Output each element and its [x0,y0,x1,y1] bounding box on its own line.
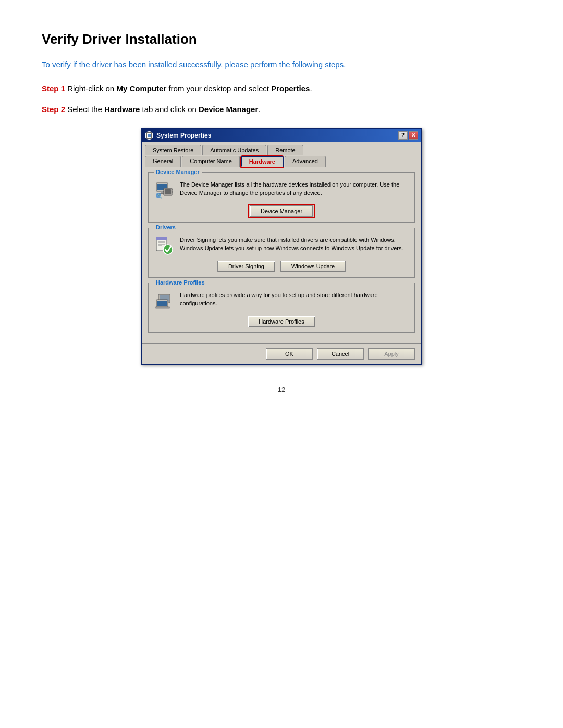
hardware-profiles-button[interactable]: Hardware Profiles [248,316,315,327]
tabs-area: System Restore Automatic Updates Remote … [142,142,421,167]
device-manager-body: 🔧 The Device Manager lists all the hardw… [154,180,409,201]
tab-computer-name[interactable]: Computer Name [182,156,240,167]
dialog-icon [145,131,153,140]
cancel-button[interactable]: Cancel [317,348,364,360]
intro-text: To verify if the driver has been install… [42,59,521,71]
driver-signing-button[interactable]: Driver Signing [217,261,275,272]
tabs-upper: System Restore Automatic Updates Remote [145,145,418,155]
dialog-content: Device Manager [142,167,421,343]
tab-general[interactable]: General [145,156,181,167]
step2: Step 2 Select the Hardware tab and click… [42,103,521,116]
device-manager-label: Device Manager [154,169,202,175]
svg-rect-27 [155,307,170,308]
svg-point-22 [163,245,173,254]
help-button[interactable]: ? [398,131,408,140]
dialog-titlebar: System Properties ? ✕ [142,129,421,142]
step2-devicemanager: Device Manager [199,105,258,114]
tab-automatic-updates[interactable]: Automatic Updates [202,145,266,155]
tab-advanced[interactable]: Advanced [285,156,326,167]
ok-button[interactable]: OK [266,348,313,360]
dialog-bottom: OK Cancel Apply [142,343,421,364]
device-manager-section: Device Manager [148,172,415,223]
device-manager-button[interactable]: Device Manager [250,205,313,217]
page-number: 12 [42,386,521,393]
drivers-text: Driver Signing lets you make sure that i… [180,236,409,253]
svg-rect-26 [157,301,167,306]
close-button[interactable]: ✕ [409,131,418,140]
step1-mycomputer: My Computer [116,84,166,93]
page-title: Verify Driver Installation [42,31,521,47]
step1-properties: Properties [271,84,310,93]
hardware-profiles-text: Hardware profiles provide a way for you … [180,291,409,308]
hardware-profiles-section: Hardware Profiles [148,283,415,333]
step1: Step 1 Right-click on My Computer from y… [42,82,521,95]
system-properties-dialog: System Properties ? ✕ System Restore Aut… [141,128,422,365]
apply-button[interactable]: Apply [368,348,415,360]
tab-hardware[interactable]: Hardware [241,156,284,167]
device-manager-button-row: Device Manager [154,205,409,217]
hardware-profiles-icon [154,291,175,312]
drivers-body: Driver Signing lets you make sure that i… [154,236,409,256]
hardware-profiles-button-row: Hardware Profiles [154,316,409,327]
tabs-lower: General Computer Name Hardware Advanced [145,156,418,167]
dialog-wrapper: System Properties ? ✕ System Restore Aut… [42,128,521,365]
dialog-title-left: System Properties [145,131,211,140]
tab-system-restore[interactable]: System Restore [145,145,201,155]
svg-text:🔧: 🔧 [157,193,162,199]
tabs-row: System Restore Automatic Updates Remote … [142,142,421,167]
step2-label: Step 2 [42,105,65,114]
windows-update-button[interactable]: Windows Update [280,261,346,272]
svg-rect-4 [161,191,163,193]
svg-rect-17 [156,237,167,240]
svg-rect-1 [148,134,151,137]
drivers-label: Drivers [154,224,178,230]
hardware-profiles-body: Hardware profiles provide a way for you … [154,291,409,312]
svg-rect-7 [165,189,171,194]
dialog-title: System Properties [156,132,211,139]
drivers-button-row: Driver Signing Windows Update [154,261,409,272]
drivers-section: Drivers [148,228,415,278]
dialog-controls: ? ✕ [398,131,418,140]
drivers-icon [154,236,175,256]
device-manager-icon: 🔧 [154,180,175,201]
tab-remote[interactable]: Remote [267,145,303,155]
hardware-profiles-label: Hardware Profiles [154,279,207,286]
step2-hardware: Hardware [104,105,140,114]
device-manager-text: The Device Manager lists all the hardwar… [180,180,409,198]
step1-label: Step 1 [42,84,65,93]
